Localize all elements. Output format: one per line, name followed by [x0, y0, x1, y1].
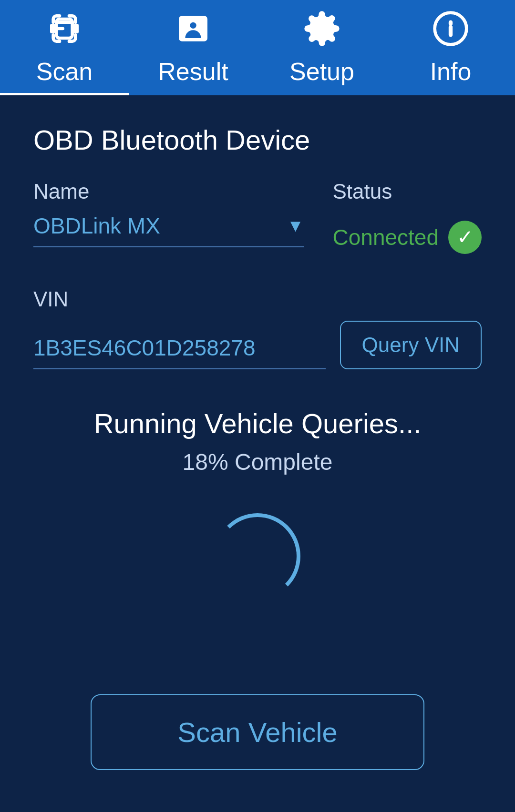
tab-info[interactable]: Info: [386, 0, 515, 95]
setup-icon: [303, 10, 341, 52]
tab-setup[interactable]: Setup: [258, 0, 386, 95]
setup-tab-label: Setup: [289, 57, 354, 86]
result-icon: [174, 10, 212, 52]
tab-scan[interactable]: Scan: [0, 0, 129, 95]
vin-input-col: 1B3ES46C01D258278: [33, 335, 326, 369]
connected-status-icon: ✓: [448, 221, 482, 254]
tab-result[interactable]: Result: [129, 0, 258, 95]
device-status-col: Status Connected ✓: [333, 180, 482, 254]
device-name-value: OBDLink MX: [33, 213, 160, 239]
vin-value: 1B3ES46C01D258278: [33, 335, 326, 369]
spinner-ring: [215, 513, 300, 599]
checkmark-icon: ✓: [457, 227, 474, 247]
scan-status-section: Running Vehicle Queries... 18% Complete: [33, 407, 482, 656]
scan-status-percent: 18% Complete: [183, 449, 333, 475]
vin-section: VIN 1B3ES46C01D258278 Query VIN: [33, 287, 482, 369]
status-row: Connected ✓: [333, 213, 482, 254]
result-tab-label: Result: [158, 57, 228, 86]
nav-bar: Scan Result Setup Info: [0, 0, 515, 95]
query-vin-button[interactable]: Query VIN: [340, 321, 482, 369]
device-name-col: Name OBDLink MX ▼: [33, 180, 304, 247]
scan-tab-label: Scan: [36, 57, 93, 86]
section-title: OBD Bluetooth Device: [33, 124, 482, 156]
main-content: OBD Bluetooth Device Name OBDLink MX ▼ S…: [0, 95, 515, 799]
svg-point-3: [190, 22, 196, 29]
status-label: Status: [333, 180, 482, 203]
info-tab-label: Info: [430, 57, 472, 86]
device-select-dropdown[interactable]: OBDLink MX ▼: [33, 213, 304, 247]
scan-vehicle-button[interactable]: Scan Vehicle: [91, 694, 424, 770]
loading-spinner: [215, 513, 300, 599]
name-label: Name: [33, 180, 304, 203]
chevron-down-icon: ▼: [287, 216, 304, 236]
info-icon: [432, 10, 470, 52]
device-row: Name OBDLink MX ▼ Status Connected ✓: [33, 180, 482, 254]
status-value: Connected: [333, 224, 439, 250]
vin-row: 1B3ES46C01D258278 Query VIN: [33, 321, 482, 369]
scan-status-title: Running Vehicle Queries...: [94, 407, 422, 439]
vin-label: VIN: [33, 287, 482, 311]
scan-icon: [45, 10, 83, 52]
